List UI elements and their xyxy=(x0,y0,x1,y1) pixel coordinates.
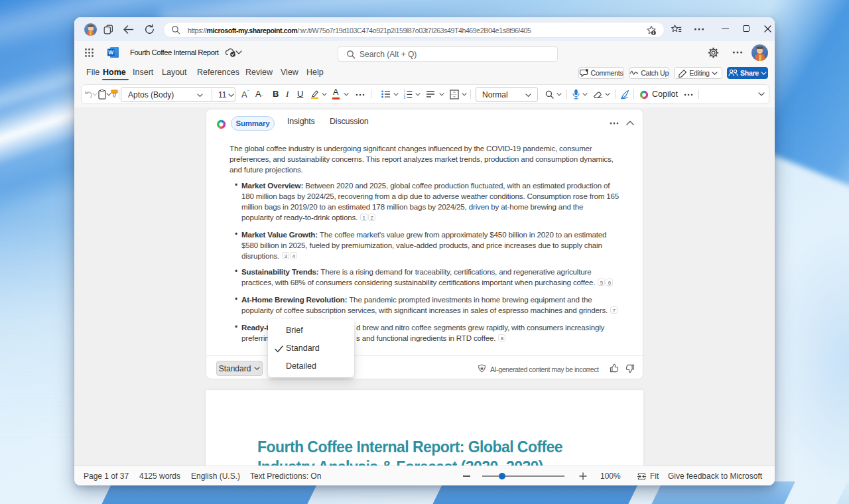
svg-text:W: W xyxy=(108,49,114,56)
svg-text:3: 3 xyxy=(404,96,406,99)
